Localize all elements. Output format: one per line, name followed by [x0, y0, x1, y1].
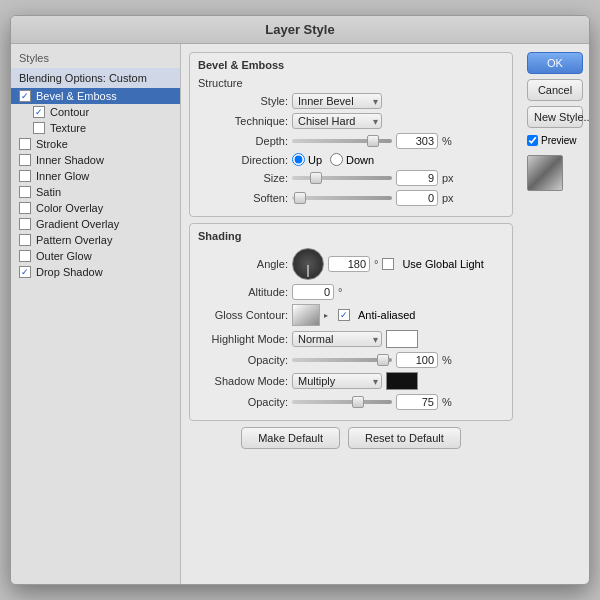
checkbox-stroke[interactable] — [19, 138, 31, 150]
technique-select[interactable]: Chisel Hard — [292, 113, 382, 129]
gloss-contour-label: Gloss Contour: — [198, 309, 288, 321]
preview-row: Preview — [527, 135, 583, 146]
shadow-opacity-input[interactable]: 75 — [396, 394, 438, 410]
anti-aliased-label[interactable]: Anti-aliased — [338, 309, 415, 321]
checkbox-inner-glow[interactable] — [19, 170, 31, 182]
highlight-opacity-row: Opacity: 100 % — [198, 352, 504, 368]
sidebar-item-bevel-emboss[interactable]: Bevel & Emboss — [11, 88, 180, 104]
preview-label: Preview — [541, 135, 577, 146]
size-slider[interactable] — [292, 176, 392, 180]
label-color-overlay: Color Overlay — [36, 202, 103, 214]
checkbox-bevel-emboss[interactable] — [19, 90, 31, 102]
contour-thumb[interactable] — [292, 304, 320, 326]
depth-label: Depth: — [198, 135, 288, 147]
sidebar-item-color-overlay[interactable]: Color Overlay — [11, 200, 180, 216]
depth-slider[interactable] — [292, 139, 392, 143]
style-select-wrapper[interactable]: Inner Bevel — [292, 93, 382, 109]
technique-label: Technique: — [198, 115, 288, 127]
anti-aliased-checkbox[interactable] — [338, 309, 350, 321]
size-unit: px — [442, 172, 454, 184]
label-outer-glow: Outer Glow — [36, 250, 92, 262]
size-input[interactable]: 9 — [396, 170, 438, 186]
preview-checkbox[interactable] — [527, 135, 538, 146]
shadow-mode-select-wrapper[interactable]: Multiply — [292, 373, 382, 389]
style-row: Style: Inner Bevel — [198, 93, 504, 109]
highlight-mode-label: Highlight Mode: — [198, 333, 288, 345]
blending-options-item[interactable]: Blending Options: Custom — [11, 68, 180, 88]
angle-input[interactable]: 180 — [328, 256, 370, 272]
size-row: Size: 9 px — [198, 170, 504, 186]
direction-down-label: Down — [346, 154, 374, 166]
sidebar-item-gradient-overlay[interactable]: Gradient Overlay — [11, 216, 180, 232]
sidebar-item-contour[interactable]: Contour — [11, 104, 180, 120]
direction-up-radio[interactable]: Up — [292, 153, 322, 166]
shadow-mode-select[interactable]: Multiply — [292, 373, 382, 389]
style-select[interactable]: Inner Bevel — [292, 93, 382, 109]
dialog-title: Layer Style — [11, 16, 589, 44]
sidebar-item-inner-glow[interactable]: Inner Glow — [11, 168, 180, 184]
soften-unit: px — [442, 192, 454, 204]
checkbox-inner-shadow[interactable] — [19, 154, 31, 166]
label-contour: Contour — [50, 106, 89, 118]
sidebar-item-outer-glow[interactable]: Outer Glow — [11, 248, 180, 264]
checkbox-color-overlay[interactable] — [19, 202, 31, 214]
depth-input[interactable]: 303 — [396, 133, 438, 149]
highlight-opacity-label: Opacity: — [198, 354, 288, 366]
checkbox-contour[interactable] — [33, 106, 45, 118]
direction-down-input[interactable] — [330, 153, 343, 166]
checkbox-outer-glow[interactable] — [19, 250, 31, 262]
ok-button[interactable]: OK — [527, 52, 583, 74]
sidebar-item-inner-shadow[interactable]: Inner Shadow — [11, 152, 180, 168]
shading-section: Shading Angle: 180 ° Use Global Light — [189, 223, 513, 421]
shadow-opacity-slider[interactable] — [292, 400, 392, 404]
make-default-button[interactable]: Make Default — [241, 427, 340, 449]
anti-aliased-text: Anti-aliased — [358, 309, 415, 321]
highlight-opacity-slider[interactable] — [292, 358, 392, 362]
sidebar-item-pattern-overlay[interactable]: Pattern Overlay — [11, 232, 180, 248]
structure-title: Structure — [198, 77, 504, 89]
technique-select-wrapper[interactable]: Chisel Hard — [292, 113, 382, 129]
direction-down-radio[interactable]: Down — [330, 153, 374, 166]
soften-input[interactable]: 0 — [396, 190, 438, 206]
use-global-light-label[interactable]: Use Global Light — [382, 258, 483, 270]
shadow-mode-row: Shadow Mode: Multiply — [198, 372, 504, 390]
sidebar-item-drop-shadow[interactable]: Drop Shadow — [11, 264, 180, 280]
highlight-mode-select[interactable]: Normal — [292, 331, 382, 347]
reset-to-default-button[interactable]: Reset to Default — [348, 427, 461, 449]
soften-slider[interactable] — [292, 196, 392, 200]
style-label: Style: — [198, 95, 288, 107]
checkbox-satin[interactable] — [19, 186, 31, 198]
use-global-light-text: Use Global Light — [402, 258, 483, 270]
direction-radio-group: Up Down — [292, 153, 374, 166]
angle-unit: ° — [374, 258, 378, 270]
highlight-opacity-input[interactable]: 100 — [396, 352, 438, 368]
highlight-mode-select-wrapper[interactable]: Normal — [292, 331, 382, 347]
highlight-opacity-unit: % — [442, 354, 452, 366]
bevel-emboss-title: Bevel & Emboss — [198, 59, 504, 71]
new-style-button[interactable]: New Style... — [527, 106, 583, 128]
contour-picker[interactable]: ▸ — [292, 304, 320, 326]
checkbox-pattern-overlay[interactable] — [19, 234, 31, 246]
layer-style-dialog: Layer Style Styles Blending Options: Cus… — [10, 15, 590, 585]
depth-unit: % — [442, 135, 452, 147]
sidebar-item-stroke[interactable]: Stroke — [11, 136, 180, 152]
use-global-light-checkbox[interactable] — [382, 258, 394, 270]
angle-row: Angle: 180 ° Use Global Light — [198, 248, 504, 280]
checkbox-drop-shadow[interactable] — [19, 266, 31, 278]
checkbox-texture[interactable] — [33, 122, 45, 134]
direction-up-input[interactable] — [292, 153, 305, 166]
cancel-button[interactable]: Cancel — [527, 79, 583, 101]
highlight-color-swatch[interactable] — [386, 330, 418, 348]
shadow-color-swatch[interactable] — [386, 372, 418, 390]
label-bevel-emboss: Bevel & Emboss — [36, 90, 117, 102]
angle-dial[interactable] — [292, 248, 324, 280]
left-panel: Styles Blending Options: Custom Bevel & … — [11, 44, 181, 584]
label-inner-glow: Inner Glow — [36, 170, 89, 182]
gloss-contour-row: Gloss Contour: ▸ Anti-aliased — [198, 304, 504, 326]
altitude-input[interactable]: 0 — [292, 284, 334, 300]
checkbox-gradient-overlay[interactable] — [19, 218, 31, 230]
altitude-label: Altitude: — [198, 286, 288, 298]
sidebar-item-satin[interactable]: Satin — [11, 184, 180, 200]
soften-label: Soften: — [198, 192, 288, 204]
sidebar-item-texture[interactable]: Texture — [11, 120, 180, 136]
